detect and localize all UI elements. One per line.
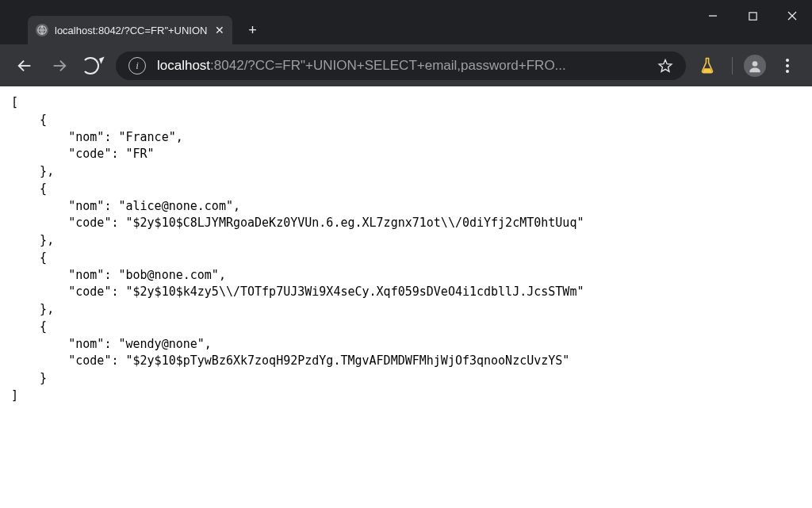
new-tab-button[interactable]: + [240,18,264,42]
window-controls [693,0,812,32]
browser-tab[interactable]: localhost:8042/?CC=FR"+UNION ✕ [28,16,232,44]
maximize-button[interactable] [733,0,772,32]
url-host: localhost [157,58,210,73]
page-viewport: [ { "nom": "France", "code": "FR" }, { "… [0,86,812,508]
browser-window: localhost:8042/?CC=FR"+UNION ✕ + [0,0,812,508]
bookmark-star-icon[interactable] [657,58,673,74]
close-window-button[interactable] [772,0,812,32]
flask-icon[interactable] [694,52,721,79]
site-info-icon[interactable]: i [128,57,146,74]
address-bar[interactable]: i localhost:8042/?CC=FR"+UNION+SELECT+em… [116,52,686,80]
url-text: localhost:8042/?CC=FR"+UNION+SELECT+emai… [157,52,646,80]
titlebar: localhost:8042/?CC=FR"+UNION ✕ + [0,0,812,44]
tab-title: localhost:8042/?CC=FR"+UNION [55,25,207,36]
minimize-button[interactable] [693,0,733,32]
json-response-body: [ { "nom": "France", "code": "FR" }, { "… [0,86,812,413]
forward-button[interactable] [46,52,73,79]
back-button[interactable] [11,52,38,79]
svg-marker-7 [659,59,672,71]
globe-icon [36,24,48,36]
close-tab-icon[interactable]: ✕ [215,24,224,36]
address-toolbar: .nav-btn[data-name="reload-button"] svg … [0,44,812,86]
toolbar-separator [732,57,733,74]
kebab-menu-icon[interactable] [774,59,801,73]
svg-rect-2 [749,12,756,19]
reload-button[interactable] [81,52,108,79]
svg-point-8 [753,61,758,67]
profile-avatar[interactable] [744,55,766,77]
plus-icon: + [248,22,257,39]
url-path: :8042/?CC=FR"+UNION+SELECT+email,passwor… [210,58,566,73]
